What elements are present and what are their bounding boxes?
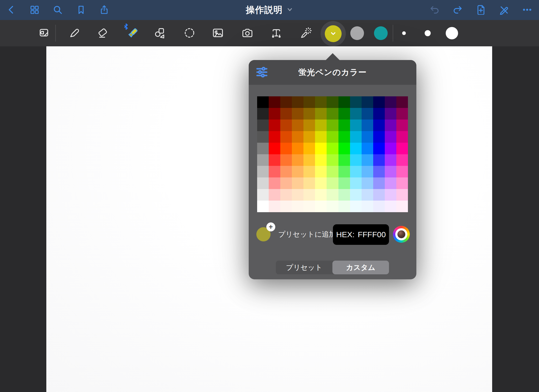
- color-swatch[interactable]: [269, 131, 280, 143]
- color-swatch[interactable]: [385, 108, 396, 120]
- color-swatch[interactable]: [350, 143, 362, 154]
- color-swatch[interactable]: [338, 166, 350, 177]
- share-button[interactable]: [97, 3, 112, 17]
- color-swatch[interactable]: [373, 96, 385, 108]
- color-swatch-gray[interactable]: [350, 26, 364, 40]
- color-swatch[interactable]: [303, 96, 315, 108]
- bookmark-button[interactable]: [74, 3, 88, 17]
- back-button[interactable]: [4, 3, 19, 17]
- color-swatch[interactable]: [303, 154, 315, 166]
- color-swatch[interactable]: [338, 131, 350, 143]
- color-swatch[interactable]: [327, 108, 338, 120]
- color-swatch[interactable]: [396, 143, 408, 154]
- close-pen-mode-button[interactable]: [497, 3, 511, 17]
- more-options-button[interactable]: [520, 3, 535, 17]
- color-swatch[interactable]: [350, 189, 362, 201]
- color-swatch[interactable]: [257, 131, 269, 143]
- color-swatch[interactable]: [327, 177, 338, 189]
- color-swatch[interactable]: [257, 166, 269, 177]
- hex-input[interactable]: HEX: FFFF00: [333, 224, 389, 245]
- selected-color-swatch-yellow[interactable]: [321, 21, 346, 46]
- lasso-tool-button[interactable]: [181, 25, 198, 42]
- color-swatch-teal[interactable]: [374, 26, 388, 40]
- color-swatch[interactable]: [373, 189, 385, 201]
- color-swatch[interactable]: [385, 120, 396, 131]
- color-swatch[interactable]: [280, 143, 292, 154]
- color-swatch[interactable]: [385, 189, 396, 201]
- color-swatch[interactable]: [362, 143, 373, 154]
- color-swatch[interactable]: [350, 154, 362, 166]
- color-swatch[interactable]: [327, 143, 338, 154]
- color-swatch[interactable]: [280, 131, 292, 143]
- color-swatch[interactable]: [292, 189, 303, 201]
- color-swatch[interactable]: [327, 166, 338, 177]
- color-swatch[interactable]: [350, 166, 362, 177]
- tab-preset[interactable]: プリセット: [276, 261, 332, 274]
- color-swatch[interactable]: [362, 120, 373, 131]
- tab-custom[interactable]: カスタム: [332, 261, 389, 274]
- color-swatch[interactable]: [396, 166, 408, 177]
- color-swatch[interactable]: [292, 177, 303, 189]
- color-swatch[interactable]: [257, 96, 269, 108]
- color-swatch[interactable]: [303, 108, 315, 120]
- laser-pointer-tool-button[interactable]: [298, 25, 315, 42]
- scribble-page-tool-button[interactable]: [35, 25, 52, 42]
- color-swatch[interactable]: [385, 201, 396, 212]
- color-swatch[interactable]: [292, 131, 303, 143]
- thickness-dot-large[interactable]: [446, 27, 458, 39]
- color-swatch[interactable]: [338, 120, 350, 131]
- color-swatch[interactable]: [257, 108, 269, 120]
- color-swatch[interactable]: [362, 96, 373, 108]
- color-swatch[interactable]: [303, 143, 315, 154]
- color-swatch[interactable]: [315, 166, 327, 177]
- color-swatch[interactable]: [362, 131, 373, 143]
- color-swatch[interactable]: [362, 154, 373, 166]
- color-swatch[interactable]: [269, 189, 280, 201]
- color-swatch[interactable]: [327, 154, 338, 166]
- color-swatch[interactable]: [350, 120, 362, 131]
- color-swatch[interactable]: [385, 96, 396, 108]
- color-swatch[interactable]: [373, 143, 385, 154]
- color-swatch[interactable]: [315, 143, 327, 154]
- color-swatch[interactable]: [373, 177, 385, 189]
- color-swatch[interactable]: [396, 201, 408, 212]
- color-swatch[interactable]: [385, 143, 396, 154]
- color-swatch[interactable]: [280, 96, 292, 108]
- color-swatch[interactable]: [315, 120, 327, 131]
- redo-button[interactable]: [450, 3, 465, 17]
- image-tool-button[interactable]: [209, 25, 226, 42]
- color-swatch[interactable]: [327, 189, 338, 201]
- color-swatch[interactable]: [315, 177, 327, 189]
- color-swatch[interactable]: [385, 131, 396, 143]
- color-swatch[interactable]: [385, 166, 396, 177]
- color-swatch[interactable]: [350, 96, 362, 108]
- color-wheel-button[interactable]: [393, 226, 410, 243]
- color-swatch[interactable]: [338, 108, 350, 120]
- color-swatch[interactable]: [338, 154, 350, 166]
- color-swatch[interactable]: [303, 131, 315, 143]
- color-swatch[interactable]: [303, 201, 315, 212]
- color-swatch[interactable]: [269, 166, 280, 177]
- color-swatch[interactable]: [362, 189, 373, 201]
- color-swatch[interactable]: [269, 143, 280, 154]
- color-swatch[interactable]: [269, 154, 280, 166]
- color-swatch[interactable]: [373, 108, 385, 120]
- color-swatch[interactable]: [385, 154, 396, 166]
- color-swatch[interactable]: [373, 120, 385, 131]
- color-swatch[interactable]: [269, 201, 280, 212]
- color-swatch[interactable]: [338, 201, 350, 212]
- color-swatch[interactable]: [396, 131, 408, 143]
- eraser-tool-button[interactable]: [94, 25, 111, 42]
- add-page-button[interactable]: [473, 3, 488, 17]
- document-title-menu[interactable]: 操作説明: [246, 4, 293, 16]
- search-button[interactable]: [50, 3, 65, 17]
- color-swatch[interactable]: [350, 201, 362, 212]
- color-swatch[interactable]: [338, 177, 350, 189]
- color-swatch[interactable]: [292, 166, 303, 177]
- color-swatch[interactable]: [269, 120, 280, 131]
- color-swatch[interactable]: [338, 143, 350, 154]
- color-swatch[interactable]: [303, 189, 315, 201]
- color-swatch[interactable]: [257, 177, 269, 189]
- color-swatch[interactable]: [257, 120, 269, 131]
- color-swatch[interactable]: [280, 177, 292, 189]
